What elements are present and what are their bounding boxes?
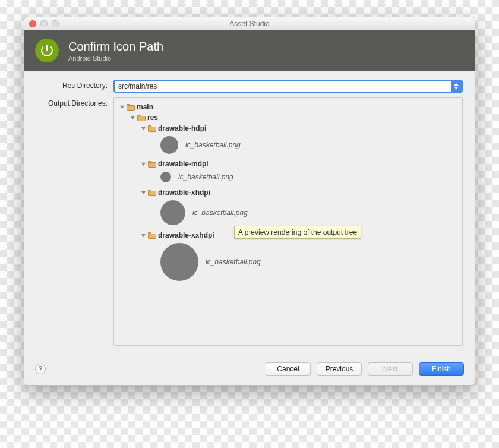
icon-preview bbox=[160, 172, 171, 182]
file-name: ic_basketball.png bbox=[178, 173, 233, 181]
button-bar: Cancel Previous Next Finish bbox=[266, 362, 464, 376]
folder-icon bbox=[137, 115, 146, 121]
previous-button[interactable]: Previous bbox=[317, 362, 362, 376]
tree-node-label: drawable-mdpi bbox=[158, 160, 209, 168]
finish-button[interactable]: Finish bbox=[419, 362, 464, 376]
res-directory-label: Res Directory: bbox=[36, 80, 108, 93]
file-name: ic_basketball.png bbox=[185, 141, 241, 149]
header-text: Confirm Icon Path Android Studio bbox=[68, 40, 163, 62]
folder-icon bbox=[148, 190, 156, 196]
folder-icon bbox=[127, 104, 135, 111]
tree-node-main[interactable]: main res dra bbox=[119, 102, 457, 281]
folder-icon bbox=[148, 161, 156, 168]
chevron-down-icon[interactable] bbox=[130, 115, 135, 121]
tree-node-density[interactable]: drawable-mdpiic_basketball.png bbox=[140, 159, 457, 182]
chevron-down-icon[interactable] bbox=[140, 125, 146, 131]
window-title: Asset Studio bbox=[24, 20, 475, 28]
res-directory-row: Res Directory: src/main/res bbox=[36, 80, 463, 93]
tree-node-density[interactable]: drawable-xhdpiic_basketball.png bbox=[140, 187, 457, 225]
chevron-updown-icon bbox=[451, 80, 462, 92]
tree-leaf-icon-file[interactable]: ic_basketball.png bbox=[160, 172, 457, 182]
file-name: ic_basketball.png bbox=[192, 209, 248, 217]
dialog-window: Asset Studio Confirm Icon Path Android S… bbox=[24, 17, 475, 386]
res-directory-select[interactable]: src/main/res bbox=[113, 80, 463, 93]
chevron-down-icon[interactable] bbox=[140, 190, 146, 195]
icon-preview bbox=[160, 243, 198, 281]
tree-node-density[interactable]: drawable-hdpiic_basketball.png bbox=[140, 123, 457, 154]
tree-leaf-icon-file[interactable]: ic_basketball.png bbox=[160, 200, 457, 225]
svg-marker-3 bbox=[141, 162, 145, 165]
help-button[interactable]: ? bbox=[35, 364, 46, 374]
output-directories-label: Output Directories: bbox=[36, 97, 108, 346]
file-name: ic_basketball.png bbox=[206, 258, 261, 266]
svg-marker-5 bbox=[141, 234, 145, 236]
tree-node-res[interactable]: res drawable-hdpiic_basketball.pngdrawab… bbox=[130, 112, 457, 281]
icon-preview bbox=[160, 136, 178, 154]
icon-preview bbox=[160, 200, 185, 225]
dialog-content: Res Directory: src/main/res Output Direc… bbox=[24, 71, 475, 356]
cancel-button[interactable]: Cancel bbox=[266, 362, 311, 376]
dialog-footer: ? Cancel Previous Next Finish bbox=[24, 356, 475, 385]
dialog-header: Confirm Icon Path Android Studio bbox=[24, 30, 475, 71]
tree-node-label: drawable-hdpi bbox=[158, 124, 206, 132]
svg-marker-2 bbox=[141, 127, 145, 130]
folder-icon bbox=[148, 125, 156, 132]
dialog-title: Confirm Icon Path bbox=[68, 40, 163, 53]
chevron-down-icon[interactable] bbox=[140, 161, 146, 167]
output-tree-panel: main res dra bbox=[113, 97, 463, 346]
res-directory-value: src/main/res bbox=[118, 82, 157, 90]
folder-icon bbox=[148, 232, 156, 239]
output-tree: main res dra bbox=[119, 102, 457, 281]
next-button: Next bbox=[368, 362, 413, 376]
tree-leaf-icon-file[interactable]: ic_basketball.png bbox=[160, 243, 457, 281]
tree-node-label: drawable-xxhdpi bbox=[158, 231, 214, 239]
output-directories-row: Output Directories: main bbox=[36, 97, 463, 346]
dialog-subtitle: Android Studio bbox=[68, 55, 163, 62]
svg-marker-4 bbox=[141, 191, 145, 194]
chevron-down-icon[interactable] bbox=[140, 232, 146, 238]
tree-node-label: res bbox=[147, 113, 158, 122]
svg-marker-1 bbox=[130, 116, 134, 119]
chevron-down-icon[interactable] bbox=[119, 104, 125, 110]
titlebar[interactable]: Asset Studio bbox=[24, 17, 475, 30]
android-studio-icon bbox=[35, 39, 59, 62]
tree-leaf-icon-file[interactable]: ic_basketball.png bbox=[160, 136, 457, 154]
tree-node-label: main bbox=[137, 103, 153, 111]
tree-node-label: drawable-xhdpi bbox=[158, 188, 210, 197]
preview-tooltip: A preview rendering of the output tree bbox=[234, 226, 361, 239]
svg-marker-0 bbox=[119, 105, 124, 108]
